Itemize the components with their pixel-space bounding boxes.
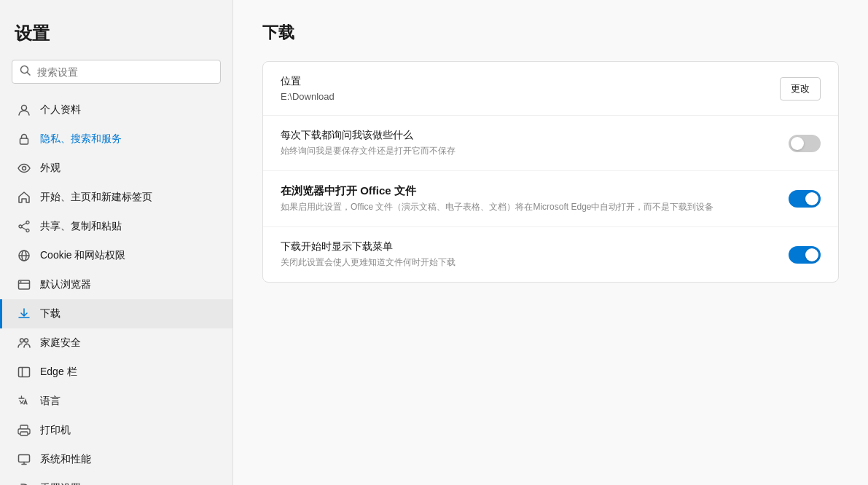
search-icon	[20, 65, 31, 79]
sidebar-item-cookies[interactable]: Cookie 和网站权限	[0, 241, 232, 270]
setting-title-show-menu: 下载开始时显示下载菜单	[281, 240, 777, 253]
setting-title-ask-download: 每次下载都询问我该做些什么	[281, 129, 777, 142]
change-button-location[interactable]: 更改	[780, 77, 821, 100]
sidebar-item-default-browser[interactable]: 默认浏览器	[0, 270, 232, 299]
svg-point-5	[26, 221, 29, 224]
nav-items: 个人资料隐私、搜索和服务外观开始、主页和新建标签页共享、复制和粘贴Cookie …	[0, 95, 232, 485]
language-icon	[17, 394, 31, 409]
sidebar-item-appearance[interactable]: 外观	[0, 154, 232, 183]
sidebar-item-system[interactable]: 系统和性能	[0, 445, 232, 474]
setting-left-ask-download: 每次下载都询问我该做些什么始终询问我是要保存文件还是打开它而不保存	[281, 129, 777, 157]
setting-left-show-menu: 下载开始时显示下载菜单关闭此设置会使人更难知道文件何时开始下载	[281, 240, 777, 269]
search-box[interactable]	[12, 60, 221, 84]
sidebar-item-label-family: 家庭安全	[40, 336, 81, 350]
setting-item-open-office: 在浏览器中打开 Office 文件如果启用此设置，Office 文件（演示文稿、…	[263, 171, 838, 227]
system-icon	[17, 452, 31, 467]
setting-title-open-office: 在浏览器中打开 Office 文件	[281, 184, 777, 198]
svg-point-7	[19, 225, 22, 228]
setting-path-location: E:\Download	[281, 91, 768, 102]
eye-icon	[17, 161, 31, 176]
svg-rect-15	[20, 425, 28, 429]
svg-point-12	[20, 339, 24, 342]
family-icon	[17, 336, 31, 350]
sidebar-item-label-reset: 重置设置	[40, 482, 81, 485]
setting-right-open-office	[789, 190, 821, 208]
sidebar-item-label-default-browser: 默认浏览器	[40, 278, 91, 291]
svg-line-1	[28, 73, 31, 76]
search-input[interactable]	[37, 66, 213, 78]
toggle-thumb-ask-download	[791, 137, 804, 150]
setting-desc-ask-download: 始终询问我是要保存文件还是打开它而不保存	[281, 145, 777, 157]
sidebar-item-label-system: 系统和性能	[40, 453, 91, 466]
svg-point-6	[26, 229, 29, 232]
sidebar-item-label-appearance: 外观	[40, 162, 60, 175]
sidebar-item-label-downloads: 下载	[40, 307, 60, 320]
settings-card: 位置E:\Download更改每次下载都询问我该做些什么始终询问我是要保存文件还…	[262, 61, 839, 283]
toggle-thumb-open-office	[805, 192, 818, 205]
svg-rect-3	[20, 138, 28, 144]
svg-point-11	[20, 281, 22, 283]
setting-desc-show-menu: 关闭此设置会使人更难知道文件何时开始下载	[281, 256, 777, 269]
globe-icon	[17, 248, 31, 263]
svg-rect-14	[19, 368, 30, 377]
sidebar-item-language[interactable]: 语言	[0, 387, 232, 416]
home-icon	[17, 190, 31, 205]
svg-point-13	[25, 339, 28, 342]
share-icon	[17, 219, 31, 234]
setting-title-location: 位置	[281, 75, 768, 88]
toggle-open-office[interactable]	[789, 190, 821, 208]
sidebar-title: 设置	[0, 15, 232, 60]
svg-point-4	[23, 167, 26, 170]
reset-icon	[17, 481, 31, 485]
svg-rect-17	[19, 455, 30, 462]
browser-icon	[17, 277, 31, 292]
sidebar-item-privacy[interactable]: 隐私、搜索和服务	[0, 125, 232, 154]
sidebar-item-label-privacy: 隐私、搜索和服务	[40, 133, 122, 146]
sidebar-item-label-language: 语言	[40, 395, 60, 408]
sidebar-item-label-cookies: Cookie 和网站权限	[40, 249, 125, 262]
sidebar-item-label-edge-bar: Edge 栏	[40, 366, 77, 379]
sidebar-item-label-start: 开始、主页和新建标签页	[40, 191, 152, 204]
sidebar-item-printer[interactable]: 打印机	[0, 416, 232, 445]
setting-right-ask-download	[789, 135, 821, 152]
sidebar-item-share[interactable]: 共享、复制和粘贴	[0, 212, 232, 241]
setting-desc-open-office: 如果启用此设置，Office 文件（演示文稿、电子表格、文档）将在Microso…	[281, 201, 777, 213]
sidebar-item-downloads[interactable]: 下载	[0, 299, 232, 328]
sidebar-item-start[interactable]: 开始、主页和新建标签页	[0, 183, 232, 212]
page-title: 下载	[262, 22, 839, 44]
sidebar-item-profile[interactable]: 个人资料	[0, 95, 232, 125]
sidebar-item-edge-bar[interactable]: Edge 栏	[0, 358, 232, 387]
toggle-thumb-show-menu	[805, 248, 818, 261]
svg-point-2	[22, 106, 27, 111]
sidebar-icon	[17, 365, 31, 379]
setting-item-ask-download: 每次下载都询问我该做些什么始终询问我是要保存文件还是打开它而不保存	[263, 116, 838, 171]
toggle-show-menu[interactable]	[789, 246, 821, 264]
main-content: 下载 位置E:\Download更改每次下载都询问我该做些什么始终询问我是要保存…	[233, 0, 868, 485]
setting-item-show-menu: 下载开始时显示下载菜单关闭此设置会使人更难知道文件何时开始下载	[263, 227, 838, 282]
sidebar-item-label-printer: 打印机	[40, 424, 71, 437]
sidebar-item-label-profile: 个人资料	[40, 103, 81, 117]
setting-item-location: 位置E:\Download更改	[263, 62, 838, 116]
sidebar: 设置 个人资料隐私、搜索和服务外观开始、主页和新建标签页共享、复制和粘贴Cook…	[0, 0, 233, 485]
setting-right-show-menu	[789, 246, 821, 264]
setting-left-location: 位置E:\Download	[281, 75, 768, 102]
setting-left-open-office: 在浏览器中打开 Office 文件如果启用此设置，Office 文件（演示文稿、…	[281, 184, 777, 213]
download-icon	[17, 307, 31, 321]
person-icon	[17, 103, 31, 117]
sidebar-item-label-share: 共享、复制和粘贴	[40, 220, 122, 233]
setting-right-location: 更改	[780, 77, 821, 100]
lock-icon	[17, 132, 31, 146]
toggle-ask-download[interactable]	[789, 135, 821, 152]
sidebar-item-family[interactable]: 家庭安全	[0, 328, 232, 358]
print-icon	[17, 423, 31, 438]
svg-rect-16	[20, 432, 28, 435]
sidebar-item-reset[interactable]: 重置设置	[0, 474, 232, 485]
